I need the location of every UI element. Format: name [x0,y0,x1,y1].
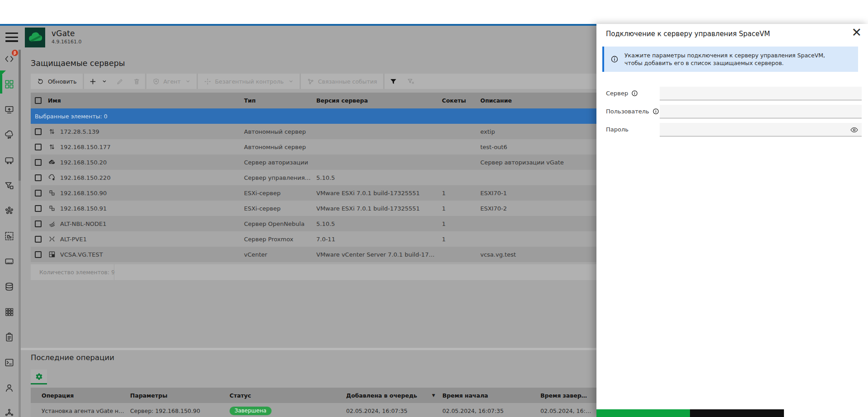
operations-tab[interactable] [31,370,47,384]
servers-grid-icon [4,79,14,89]
operation-row[interactable]: Установка агента vGate на E...Сервер: 19… [31,403,596,417]
network-icon [4,206,14,216]
main-app-dimmed: vGate 4.9.16161.0 β Защищаемые серверы О… [0,26,596,417]
info-icon[interactable] [631,90,638,97]
table-row[interactable]: ALT-NBL-NODE1Сервер OpenNebula5.10.51 [31,216,596,231]
agentless-control-button[interactable]: Безагентный контроль [198,74,300,89]
operations-table-header: Операция Параметры Статус Добавлена в оч… [31,388,596,403]
terminal-icon [4,357,14,368]
column-header-sockets[interactable]: Сокеты [442,97,480,104]
linked-events-icon [307,78,314,85]
row-checkbox[interactable] [35,159,42,166]
sidebar-item-deploy[interactable] [0,97,19,122]
sidebar-item-vm-host[interactable] [0,147,19,173]
standalone-server-icon [48,143,60,151]
row-checkbox[interactable] [35,236,42,243]
app-name: vGate [52,29,75,38]
table-row[interactable]: 172.28.5.139Автономный серверextip [31,124,596,139]
column-header-version[interactable]: Версия сервера [316,97,442,104]
sidebar-item-terminal[interactable] [0,350,19,375]
agent-button[interactable]: Агент [146,74,197,89]
ops-column-queued[interactable]: Добавлена в очередь ▼ [346,392,442,399]
sidebar-item-filter-vm[interactable] [0,173,19,198]
select-all-checkbox[interactable] [35,97,42,104]
ops-column-started[interactable]: Время начала [442,392,540,399]
server-description: ESXI70-1 [480,190,596,197]
sidebar-item-network[interactable] [0,198,19,223]
table-row[interactable]: VCSA.VG.TESTvCenterVMware vCenter Server… [31,247,596,262]
server-version: 7.0-11 [316,236,442,243]
page-title: Защищаемые серверы [31,59,125,68]
panel-fields: СерверПользовательПароль [606,87,862,141]
ops-column-status[interactable]: Статус [230,392,346,399]
server-label: Сервер [606,90,638,97]
hamburger-menu-icon[interactable] [5,33,18,42]
delete-button[interactable] [128,74,145,89]
segments-icon [4,307,14,317]
column-header-name[interactable]: Имя [48,97,244,104]
row-checkbox[interactable] [35,220,42,227]
table-row[interactable]: 192.168.150.20Сервер авторизацииСервер а… [31,155,596,170]
panel-bottom-green-bar[interactable] [596,409,690,417]
form-row: Пароль [606,123,862,137]
funnel-icon [389,77,398,86]
row-checkbox[interactable] [35,251,42,258]
ops-column-operation[interactable]: Операция [42,392,130,399]
sidebar-item-atom[interactable] [0,400,19,417]
cloud-sync-icon [4,130,14,140]
password-field[interactable] [660,123,862,136]
table-row[interactable]: 192.168.150.220Сервер управления О...5.1… [31,170,596,185]
server-sockets: 1 [442,190,480,197]
server-name: 192.168.150.220 [60,174,244,181]
sidebar-item-clipboard[interactable] [0,324,19,350]
filter-button[interactable] [385,74,402,89]
refresh-button[interactable]: Обновить [31,74,83,89]
row-checkbox[interactable] [35,128,42,135]
pencil-icon [116,78,124,85]
auth-server-icon [48,158,60,166]
eye-icon[interactable] [850,126,859,134]
opennebula-server-icon [48,220,60,228]
deploy-icon [4,104,14,115]
server-name: 192.168.150.177 [60,144,244,150]
sidebar-item-code-beta[interactable]: β [0,46,19,71]
row-checkbox[interactable] [35,174,42,181]
info-icon[interactable] [652,108,659,115]
row-checkbox[interactable] [35,144,42,150]
operation-started: 02.05.2024, 16:07:35 [442,408,540,414]
sidebar-item-servers-grid[interactable] [0,71,19,97]
related-events-button[interactable]: Связанные события [301,74,383,89]
clear-filter-button[interactable] [402,74,420,89]
related-events-label: Связанные события [318,78,377,85]
proxmox-server-icon [48,235,60,243]
table-row[interactable]: 192.168.150.90ESXi-серверVMware ESXi 7.0… [31,185,596,201]
row-checkbox[interactable] [35,205,42,212]
sidebar-item-infrastructure[interactable] [0,223,19,248]
sidebar-item-database[interactable] [0,274,19,299]
table-row[interactable]: 192.168.150.91ESXi-серверVMware ESXi 7.0… [31,201,596,216]
add-server-button[interactable] [84,74,112,89]
chevron-down-icon [102,79,107,84]
sidebar-item-tape[interactable] [0,248,19,274]
sidebar: β [0,50,21,417]
table-row[interactable]: ALT-PVE1Сервер Proxmox7.0-111 [31,231,596,247]
sidebar-item-segments[interactable] [0,299,19,324]
user-field[interactable] [660,105,862,118]
edit-button[interactable] [112,74,128,89]
sidebar-item-cloud-sync[interactable] [0,122,19,147]
server-field[interactable] [660,87,862,100]
sidebar-item-user[interactable] [0,375,19,400]
info-icon [610,55,619,63]
close-icon[interactable]: ✕ [851,26,862,39]
column-header-description[interactable]: Описание [480,97,596,104]
row-checkbox[interactable] [35,190,42,197]
chevron-down-icon [288,79,294,84]
ops-column-params[interactable]: Параметры [130,392,230,399]
panel-bottom-black-bar[interactable] [690,409,784,417]
operations-table: Операция Параметры Статус Добавлена в оч… [31,388,596,417]
column-header-type[interactable]: Тип [244,97,316,104]
ops-column-finished[interactable]: Время завершения [540,392,596,399]
operation-finished: 02.05.2024, 16:09:18 [540,408,596,414]
table-row[interactable]: 192.168.150.177Автономный серверtest-out… [31,139,596,155]
server-name: 172.28.5.139 [60,128,244,135]
